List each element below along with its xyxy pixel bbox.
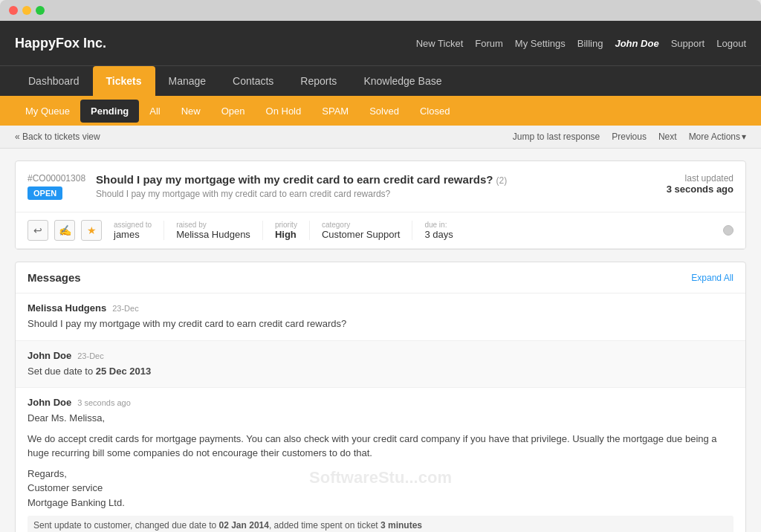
ticket-action-buttons: ↩ ✍ ★ [27,220,102,241]
ticket-header: #CO00001308 OPEN Should I pay my mortgag… [16,161,745,213]
grab-icon[interactable]: ✍ [54,220,75,241]
sub-nav: My Queue Pending All New Open On Hold SP… [0,96,761,126]
category-value: Customer Support [322,229,401,240]
toolbar: « Back to tickets view Jump to last resp… [0,126,761,149]
top-nav: HappyFox Inc. New Ticket Forum My Settin… [0,21,761,65]
dropdown-arrow-icon: ▾ [742,132,746,142]
last-updated-label: last updated [667,173,734,184]
nav-dashboard[interactable]: Dashboard [15,66,93,96]
next-button[interactable]: Next [658,132,677,142]
subnav-pending[interactable]: Pending [80,100,139,123]
jump-to-last-response-button[interactable]: Jump to last response [513,132,600,142]
message-date: 23-Dec [112,304,138,313]
subnav-closed[interactable]: Closed [409,100,460,123]
messages-section: Messages Expand All Melissa Hudgens 23-D… [15,262,746,532]
top-nav-links: New Ticket Forum My Settings Billing Joh… [416,38,746,49]
billing-link[interactable]: Billing [577,38,603,49]
minimize-button[interactable] [22,6,31,15]
system-message-prefix: Set due date to [27,366,96,377]
more-actions-button[interactable]: More Actions ▾ [689,132,746,142]
message-item: John Doe 3 seconds ago Dear Ms. Melissa,… [16,388,745,532]
ticket-updated: last updated 3 seconds ago [667,173,734,195]
user-name-link[interactable]: John Doe [615,38,658,49]
due-in-label: due in: [424,221,453,229]
message-sender: John Doe [27,350,71,361]
reply-icon[interactable]: ↩ [27,220,48,241]
message-paragraph-3: Regards, Customer service Mortgage Banki… [27,467,734,510]
ticket-subtitle: Should I pay my mortgage with my credit … [96,189,507,199]
message-paragraph-2: We do accept credit cards for mortgage p… [27,432,734,461]
footer-bold-1: 02 Jan 2014 [219,520,269,531]
message-date: 3 seconds ago [77,398,131,407]
star-icon[interactable]: ★ [81,220,102,241]
new-ticket-link[interactable]: New Ticket [416,38,464,49]
message-sender: Melissa Hudgens [27,302,106,314]
brand-logo: HappyFox Inc. [15,36,106,51]
subnav-open[interactable]: Open [211,100,256,123]
expand-all-button[interactable]: Expand All [691,273,734,283]
assigned-to-label: assigned to [114,221,152,229]
maximize-button[interactable] [36,6,45,15]
subnav-all[interactable]: All [139,100,170,123]
ticket-meta-row: ↩ ✍ ★ assigned to james raised by Meliss… [16,213,745,249]
back-to-tickets-link[interactable]: « Back to tickets view [15,132,100,142]
assigned-to-value: james [114,229,152,240]
ticket-title: Should I pay my mortgage with my credit … [96,173,507,186]
logout-link[interactable]: Logout [716,38,746,49]
message-footer-note: Sent update to customer, changed due dat… [27,516,734,532]
support-link[interactable]: Support [671,38,705,49]
previous-button[interactable]: Previous [612,132,647,142]
ticket-card: #CO00001308 OPEN Should I pay my mortgag… [15,160,746,250]
raised-by-label: raised by [176,221,250,229]
messages-header: Messages Expand All [16,262,745,293]
status-indicator-dot [723,225,734,236]
last-updated-time: 3 seconds ago [667,184,734,195]
meta-fields: assigned to james raised by Melissa Hudg… [114,221,723,240]
nav-reports[interactable]: Reports [287,66,350,96]
nav-knowledge-base[interactable]: Knowledge Base [350,66,455,96]
content-area: #CO00001308 OPEN Should I pay my mortgag… [0,149,761,532]
toolbar-right: Jump to last response Previous Next More… [513,132,746,142]
footer-bold-2: 3 minutes [380,520,422,531]
message-body: Should I pay my mortgage with my credit … [27,317,734,331]
ticket-title-section: Should I pay my mortgage with my credit … [96,173,507,199]
main-nav: Dashboard Tickets Manage Contacts Report… [0,65,761,96]
message-body: Dear Ms. Melissa, We do accept credit ca… [27,411,734,510]
ticket-id: #CO00001308 [27,173,85,184]
message-item: Melissa Hudgens 23-Dec Should I pay my m… [16,293,745,341]
due-in-value: 3 days [424,229,453,240]
meta-priority: priority High [262,221,309,240]
footer-text-prefix: Sent update to customer, changed due dat… [33,520,219,531]
nav-contacts[interactable]: Contacts [219,66,287,96]
meta-due-in: due in: 3 days [412,221,464,240]
forum-link[interactable]: Forum [475,38,503,49]
priority-label: priority [275,221,297,229]
nav-tickets[interactable]: Tickets [93,66,155,96]
nav-manage[interactable]: Manage [155,66,220,96]
system-message-bold: 25 Dec 2013 [96,366,151,377]
more-actions-label: More Actions [689,132,740,142]
message-item: John Doe 23-Dec Set due date to 25 Dec 2… [16,341,745,389]
close-button[interactable] [9,6,18,15]
messages-title: Messages [27,271,81,284]
ticket-title-text: Should I pay my mortgage with my credit … [96,173,493,186]
ticket-message-count: (2) [496,175,508,186]
subnav-new[interactable]: New [171,100,211,123]
message-sender: John Doe [27,397,71,408]
my-settings-link[interactable]: My Settings [515,38,566,49]
subnav-solved[interactable]: Solved [359,100,409,123]
ticket-status-badge: OPEN [27,186,62,200]
meta-category: category Customer Support [309,221,412,240]
meta-raised-by: raised by Melissa Hudgens [163,221,262,240]
priority-value: High [275,229,297,240]
footer-text-suffix: , added time spent on ticket [269,520,380,531]
raised-by-value: Melissa Hudgens [176,229,250,240]
message-date: 23-Dec [77,351,103,360]
message-body: Set due date to 25 Dec 2013 [27,364,734,379]
ticket-id-status: #CO00001308 OPEN [27,173,85,200]
subnav-my-queue[interactable]: My Queue [15,100,80,123]
subnav-spam[interactable]: SPAM [311,100,359,123]
subnav-on-hold[interactable]: On Hold [256,100,312,123]
ticket-header-left: #CO00001308 OPEN Should I pay my mortgag… [27,173,507,200]
window-chrome [0,0,761,21]
